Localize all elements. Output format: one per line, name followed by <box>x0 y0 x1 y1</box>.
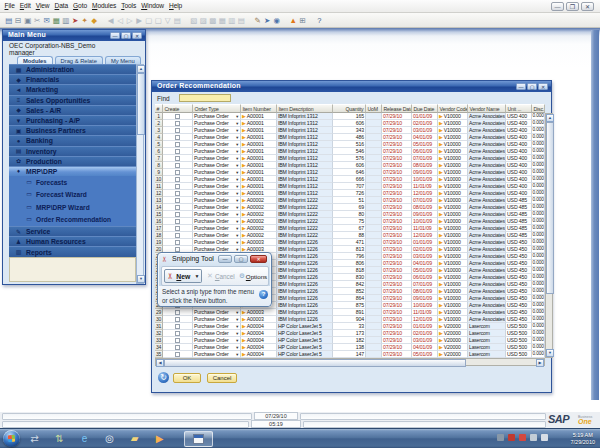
col-header[interactable]: Quantity <box>333 104 366 113</box>
item-number-cell[interactable]: ▶A00002 <box>241 211 277 218</box>
order-type-cell[interactable]: Purchase Order▼ <box>193 190 241 197</box>
start-button[interactable] <box>3 430 20 447</box>
module-item[interactable]: ▤ Inventory <box>9 146 136 156</box>
discount-cell[interactable]: 0.000 <box>532 183 545 190</box>
unit-price-cell[interactable]: USD 485 <box>506 197 532 204</box>
quantity-cell[interactable]: 646 <box>333 169 366 176</box>
dropdown-icon[interactable]: ▼ <box>235 317 239 322</box>
item-number-cell[interactable]: ▶A00001 <box>241 127 277 134</box>
vendor-code-cell[interactable]: ▶V20000 <box>438 344 468 351</box>
module-item[interactable]: ▭ Order Recommendation <box>9 214 136 227</box>
order-type-cell[interactable]: Purchase Order▼ <box>193 323 241 330</box>
menu-item[interactable]: Edit <box>17 0 33 12</box>
link-arrow-icon[interactable]: ▶ <box>242 345 246 350</box>
find-input[interactable] <box>179 94 231 102</box>
quantity-cell[interactable]: 796 <box>333 253 366 260</box>
dropdown-icon[interactable]: ▼ <box>235 212 239 217</box>
link-arrow-icon[interactable]: ▶ <box>439 212 443 217</box>
toolbar-icon[interactable]: ▦ <box>52 15 62 27</box>
toolbar-icon[interactable]: ▥ <box>61 15 71 27</box>
link-arrow-icon[interactable]: ▶ <box>439 226 443 231</box>
order-type-cell[interactable]: Purchase Order▼ <box>193 330 241 337</box>
tray-icon[interactable] <box>519 434 526 441</box>
toolbar-icon[interactable]: ➤ <box>263 15 273 27</box>
due-date-cell[interactable]: 11/01/09 <box>412 309 438 316</box>
maximize-button[interactable]: ▢ <box>234 255 248 263</box>
due-date-cell[interactable]: 09/01/09 <box>412 211 438 218</box>
module-item[interactable]: ◆ Financials <box>9 74 136 84</box>
col-header[interactable]: Disc... <box>532 104 545 113</box>
vendor-code-cell[interactable]: ▶V10000 <box>438 204 468 211</box>
options-button[interactable]: ⚙ Options <box>239 269 269 283</box>
order-type-cell[interactable]: Purchase Order▼ <box>193 309 241 316</box>
unit-price-cell[interactable]: USD 450 <box>506 316 532 323</box>
col-header[interactable]: Unit ... <box>506 104 532 113</box>
module-item[interactable]: ◄ Marketing <box>9 84 136 94</box>
dropdown-icon[interactable]: ▼ <box>235 233 239 238</box>
scroll-up-icon[interactable]: ▲ <box>137 65 145 73</box>
create-checkbox[interactable] <box>175 324 180 329</box>
link-arrow-icon[interactable]: ▶ <box>439 303 443 308</box>
main-menu-title-bar[interactable]: Main Menu — ▢ ✕ <box>3 30 145 41</box>
dropdown-icon[interactable]: ▼ <box>235 149 239 154</box>
quick-launch-icon[interactable]: ⇄ <box>28 432 41 445</box>
menu-tab[interactable]: My Menu <box>105 56 141 64</box>
item-number-cell[interactable]: ▶A00001 <box>241 134 277 141</box>
help-icon[interactable]: ? <box>259 290 268 299</box>
create-checkbox[interactable] <box>175 240 180 245</box>
release-date-cell[interactable]: 07/29/10 <box>382 232 412 239</box>
order-type-cell[interactable]: Purchase Order▼ <box>193 176 241 183</box>
due-date-cell[interactable]: 07/01/09 <box>412 281 438 288</box>
discount-cell[interactable]: 0.000 <box>532 225 545 232</box>
link-arrow-icon[interactable]: ▶ <box>439 149 443 154</box>
unit-price-cell[interactable]: USD 400 <box>506 148 532 155</box>
quantity-cell[interactable]: 516 <box>333 141 366 148</box>
release-date-cell[interactable]: 07/29/10 <box>382 183 412 190</box>
row-number[interactable]: 30 <box>155 316 163 323</box>
dropdown-icon[interactable]: ▼ <box>235 226 239 231</box>
link-arrow-icon[interactable]: ▶ <box>439 170 443 175</box>
release-date-cell[interactable]: 07/29/10 <box>382 127 412 134</box>
menu-item[interactable]: Tools <box>119 0 139 12</box>
link-arrow-icon[interactable]: ▶ <box>242 233 246 238</box>
col-header[interactable]: Order Type <box>193 104 241 113</box>
unit-price-cell[interactable]: USD 400 <box>506 190 532 197</box>
create-checkbox[interactable] <box>175 121 180 126</box>
link-arrow-icon[interactable]: ▶ <box>439 135 443 140</box>
tray-icon[interactable] <box>530 434 537 441</box>
module-item[interactable]: ≡ Sales Opportunities <box>9 95 136 105</box>
row-number[interactable]: 8 <box>155 162 163 169</box>
create-checkbox[interactable] <box>175 191 180 196</box>
row-number[interactable]: 9 <box>155 169 163 176</box>
unit-price-cell[interactable]: USD 400 <box>506 113 532 120</box>
item-number-cell[interactable]: ▶A00004 <box>241 344 277 351</box>
create-checkbox[interactable] <box>175 114 180 119</box>
release-date-cell[interactable]: 07/29/10 <box>382 253 412 260</box>
quantity-cell[interactable]: 726 <box>333 190 366 197</box>
discount-cell[interactable]: 0.000 <box>532 148 545 155</box>
link-arrow-icon[interactable]: ▶ <box>242 156 246 161</box>
quantity-cell[interactable]: 606 <box>333 162 366 169</box>
quantity-cell[interactable]: 75 <box>333 218 366 225</box>
discount-cell[interactable]: 0.000 <box>532 302 545 309</box>
create-checkbox[interactable] <box>175 135 180 140</box>
module-item[interactable]: ▭ Forecasts <box>9 176 136 189</box>
order-type-cell[interactable]: Purchase Order▼ <box>193 120 241 127</box>
toolbar-icon[interactable]: ✦ <box>80 15 90 27</box>
vendor-code-cell[interactable]: ▶V10000 <box>438 316 468 323</box>
dropdown-icon[interactable]: ▼ <box>235 114 239 119</box>
dropdown-icon[interactable]: ▼ <box>235 121 239 126</box>
quantity-cell[interactable]: 707 <box>333 183 366 190</box>
link-arrow-icon[interactable]: ▶ <box>242 331 246 336</box>
due-date-cell[interactable]: 05/01/09 <box>412 351 438 358</box>
link-arrow-icon[interactable]: ▶ <box>439 247 443 252</box>
link-arrow-icon[interactable]: ▶ <box>439 191 443 196</box>
unit-price-cell[interactable]: USD 450 <box>506 274 532 281</box>
create-checkbox[interactable] <box>175 331 180 336</box>
due-date-cell[interactable]: 08/01/09 <box>412 288 438 295</box>
create-checkbox[interactable] <box>175 156 180 161</box>
module-item[interactable]: ♟ Human Resources <box>9 236 136 246</box>
link-arrow-icon[interactable]: ▶ <box>439 338 443 343</box>
toolbar-icon[interactable]: ▷ <box>125 15 135 27</box>
toolbar-icon[interactable]: ▨ <box>199 15 209 27</box>
